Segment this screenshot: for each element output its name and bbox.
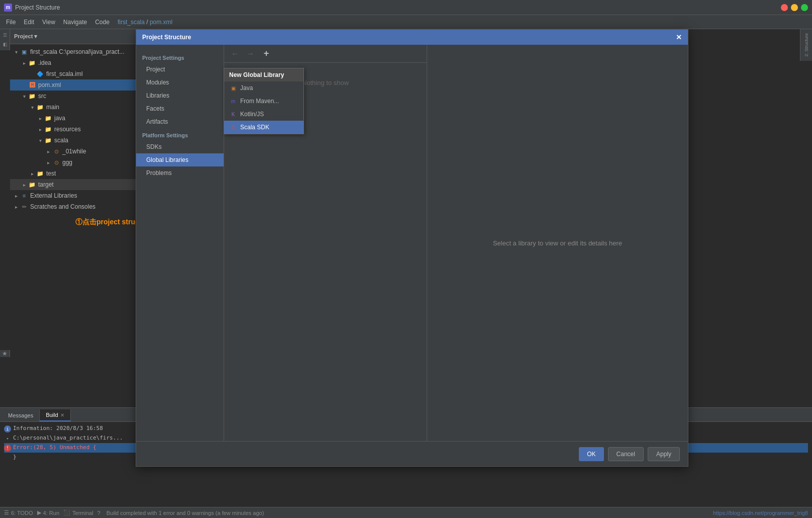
maximize-window-button[interactable] (801, 4, 808, 11)
dropdown-item-label-kotlin: Kotlin/JS (240, 111, 264, 118)
tab-build-label: Build (46, 412, 58, 418)
run-label: 4: Run (43, 510, 59, 516)
tree-item-ggg[interactable]: ▸ ⊙ ggg (10, 157, 143, 168)
folder-icon: 📁 (36, 169, 44, 178)
nav-item-sdks[interactable]: SDKs (136, 140, 224, 153)
minimize-window-button[interactable] (791, 4, 798, 11)
tree-item-root[interactable]: ▾ ▣ first_scala C:\personal\java_pract..… (10, 46, 143, 57)
structure-icon[interactable]: ☰ (1, 31, 9, 39)
dialog-left-nav: Project Settings Project Modules Librari… (136, 45, 224, 441)
tree-item-scratches[interactable]: ▸ ✏ Scratches and Consoles (10, 201, 143, 212)
expand-arrow: ▾ (28, 103, 36, 111)
tree-item-main[interactable]: ▾ 📁 main (10, 102, 143, 113)
tab-messages[interactable]: Messages (2, 409, 40, 421)
menu-edit[interactable]: Edit (20, 18, 38, 27)
expand-arrow: ▸ (12, 203, 20, 211)
side-icons: 2: Structure (800, 29, 812, 61)
expand-arrow: ▾ (20, 92, 28, 100)
tree-item-java[interactable]: ▸ 📁 java (10, 113, 143, 124)
tree-item-target[interactable]: ▸ 📁 target (10, 179, 143, 190)
tree-item-01while[interactable]: ▸ ⊙ _01while (10, 146, 143, 157)
status-left: ☰ 6: TODO ▶ 4: Run ⬛ Terminal ? (4, 509, 100, 516)
dropdown-item-java[interactable]: ▣ Java (224, 81, 303, 95)
add-library-button[interactable]: + (259, 47, 273, 61)
platform-settings-header: Platform Settings (136, 130, 224, 140)
nav-item-artifacts[interactable]: Artifacts (136, 115, 224, 128)
ok-button[interactable]: OK (579, 447, 603, 461)
tree-item-test[interactable]: ▸ 📁 test (10, 168, 143, 179)
side-icon-structure[interactable]: 2: Structure (801, 31, 811, 59)
dropdown-item-kotlin[interactable]: K Kotlin/JS (224, 108, 303, 121)
folder-icon: 📁 (28, 181, 36, 189)
tree-item-iml[interactable]: 🔷 first_scala.iml (10, 68, 143, 79)
dialog-footer: OK Cancel Apply (136, 441, 688, 466)
dialog-content: Project Settings Project Modules Librari… (136, 45, 688, 441)
build-line-text-1: C:\personal\java_practice\firs... (13, 435, 123, 441)
maven-icon: m (229, 97, 237, 105)
back-button[interactable]: ← (228, 47, 242, 61)
folder-icon: 📁 (44, 114, 52, 122)
expand-arrow: ▸ (20, 59, 28, 67)
iml-file-icon: 🔷 (36, 70, 44, 78)
menu-code[interactable]: Code (91, 18, 114, 27)
dropdown-item-maven[interactable]: m From Maven... (224, 95, 303, 108)
apply-button[interactable]: Apply (648, 447, 680, 461)
cancel-button[interactable]: Cancel (608, 447, 644, 461)
window-controls (781, 4, 808, 11)
nav-item-modules[interactable]: Modules (136, 76, 224, 89)
help-button[interactable]: ? (97, 510, 100, 516)
nav-item-global-libraries[interactable]: Global Libraries (136, 153, 224, 166)
menu-file[interactable]: File (2, 18, 20, 27)
nav-item-facets[interactable]: Facets (136, 102, 224, 115)
tree-item-resources[interactable]: ▸ 📁 resources (10, 124, 143, 135)
expand-arrow: ▸ (28, 169, 36, 178)
nav-item-project[interactable]: Project (136, 63, 224, 76)
tree-item-external-libraries[interactable]: ▸ ≡ External Libraries (10, 190, 143, 201)
todo-button[interactable]: ☰ 6: TODO (4, 509, 33, 516)
folder-icon: ▾ (4, 435, 11, 442)
new-global-library-dropdown: New Global Library ▣ Java m From Maven..… (224, 68, 304, 134)
folder-icon: 📁 (36, 103, 44, 111)
file-tree-panel: Project ▾ ▾ ▣ first_scala C:\personal\ja… (10, 29, 143, 407)
tree-item-label: scala (54, 137, 68, 144)
info-icon: i (4, 425, 11, 433)
tree-item-label: src (38, 93, 46, 100)
expand-arrow: ▸ (20, 181, 28, 189)
forward-button[interactable]: → (243, 47, 257, 61)
dialog-close-button[interactable]: ✕ (676, 33, 682, 41)
terminal-label: Terminal (72, 510, 93, 516)
tree-item-pomxml[interactable]: 🅼 pom.xml (10, 79, 143, 91)
favorites-tab[interactable]: ★ (0, 350, 10, 357)
menu-view[interactable]: View (38, 18, 59, 27)
nav-item-problems[interactable]: Problems (136, 166, 224, 180)
error-icon: ! (4, 445, 11, 452)
close-window-button[interactable] (781, 4, 788, 11)
menu-navigate[interactable]: Navigate (59, 18, 91, 27)
status-build-text: Build completed with 1 error and 0 warni… (107, 510, 264, 516)
nav-item-libraries[interactable]: Libraries (136, 89, 224, 102)
tree-item-scala[interactable]: ▾ 📁 scala (10, 135, 143, 146)
run-button[interactable]: ▶ 4: Run (37, 509, 59, 516)
folder-icon: 📁 (28, 92, 36, 100)
tree-item-src[interactable]: ▾ 📁 src (10, 91, 143, 102)
tree-item-label: ggg (62, 159, 72, 166)
panel-title: Project ▾ (14, 33, 37, 40)
tree-content: ▾ ▣ first_scala C:\personal\java_pract..… (10, 44, 143, 407)
dialog-title-bar: Project Structure ✕ (136, 30, 688, 45)
csdn-url: https://blog.csdn.net/programmer_trig8 (713, 510, 808, 516)
tab-messages-label: Messages (8, 412, 33, 418)
build-line-text-0: Information: 2020/8/3 16:58 (13, 425, 103, 431)
dropdown-header-label: New Global Library (229, 71, 284, 78)
expand-arrow: ▸ (36, 125, 44, 133)
tree-item-idea[interactable]: ▸ 📁 .idea (10, 57, 143, 68)
right-panel-placeholder: Select a library to view or edit its det… (493, 239, 622, 247)
dropdown-item-scala[interactable]: S Scala SDK (224, 121, 303, 134)
tab-build-close[interactable]: ✕ (60, 412, 64, 418)
tree-item-label: _01while (62, 148, 86, 155)
dialog-right-panel: Select a library to view or edit its det… (427, 45, 688, 441)
tab-build[interactable]: Build ✕ (40, 409, 70, 421)
kotlin-icon: K (229, 110, 237, 118)
project-icon[interactable]: ◧ (1, 40, 9, 48)
tree-item-label: pom.xml (38, 81, 61, 89)
terminal-button[interactable]: ⬛ Terminal (63, 509, 93, 516)
